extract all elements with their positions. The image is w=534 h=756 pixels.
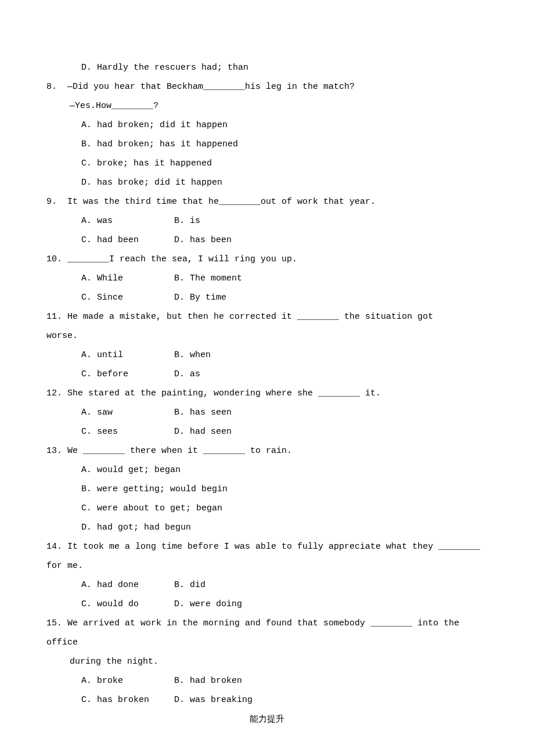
q10-option-c: C. Since [81, 288, 174, 307]
q10-options-row1: A. WhileB. The moment [46, 269, 488, 288]
q11-option-c: C. before [81, 365, 174, 384]
q8-option-a: A. had broken; did it happen [46, 116, 488, 135]
q14-stem-line1: 14. It took me a long time before I was … [46, 537, 488, 556]
q14-options-row1: A. had doneB. did [46, 575, 488, 595]
q12-option-a: A. saw [81, 403, 174, 422]
q13-stem-line: 13. We ________ there when it ________ t… [46, 441, 488, 460]
q15-option-d: D. was breaking [174, 690, 252, 710]
q14-options-row2: C. would doD. were doing [46, 595, 488, 614]
q8-number: 8. [46, 82, 57, 92]
q12-stem-line: 12. She stared at the painting, wonderin… [46, 384, 488, 403]
q11-stem-line1: 11. He made a mistake, but then he corre… [46, 307, 488, 326]
q15-options-row2: C. has brokenD. was breaking [46, 690, 488, 710]
q14-option-b: B. did [174, 575, 205, 595]
q9-stem: It was the third time that he________out… [67, 197, 376, 207]
q14-stem1: It took me a long time before I was able… [67, 542, 480, 552]
q12-option-c: C. sees [81, 422, 174, 441]
q12-stem: She stared at the painting, wondering wh… [67, 388, 381, 398]
q11-options-row1: A. untilB. when [46, 345, 488, 365]
q15-stem-line1: 15. We arrived at work in the morning an… [46, 614, 488, 652]
exam-page: D. Hardly the rescuers had; than 8. —Did… [0, 0, 534, 756]
q8-option-c: C. broke; has it happened [46, 154, 488, 173]
q12-option-d: D. had seen [174, 422, 232, 441]
section-title: 能力提升 [46, 710, 488, 729]
q12-number: 12. [46, 388, 62, 398]
q13-number: 13. [46, 446, 62, 456]
q14-number: 14. [46, 542, 62, 552]
q10-option-d: D. By time [174, 288, 226, 307]
q10-option-b: B. The moment [174, 269, 242, 288]
q9-stem-line: 9. It was the third time that he________… [46, 192, 488, 211]
q14-option-c: C. would do [81, 595, 174, 614]
q9-options-row1: A. wasB. is [46, 211, 488, 231]
q15-option-c: C. has broken [81, 690, 174, 710]
q9-option-a: A. was [81, 211, 174, 231]
q11-stem1: He made a mistake, but then he corrected… [67, 312, 433, 322]
q8-stem-line1: 8. —Did you hear that Beckham________his… [46, 77, 488, 96]
q10-option-a: A. While [81, 269, 174, 288]
q7-option-d: D. Hardly the rescuers had; than [46, 58, 488, 77]
q9-options-row2: C. had beenD. has been [46, 231, 488, 250]
q13-stem: We ________ there when it ________ to ra… [67, 446, 292, 456]
q12-options-row1: A. sawB. has seen [46, 403, 488, 422]
q15-number: 15. [46, 618, 62, 628]
q8-stem-line2: —Yes.How________? [46, 96, 488, 116]
q15-stem1: We arrived at work in the morning and fo… [46, 618, 459, 647]
q11-option-d: D. as [174, 365, 200, 384]
q12-option-b: B. has seen [174, 403, 232, 422]
q13-option-a: A. would get; began [46, 460, 488, 480]
q9-option-c: C. had been [81, 231, 174, 250]
q10-stem-line: 10. ________I reach the sea, I will ring… [46, 250, 488, 269]
q11-options-row2: C. beforeD. as [46, 365, 488, 384]
q14-option-a: A. had done [81, 575, 174, 595]
q11-number: 11. [46, 312, 62, 322]
q15-stem-line2: during the night. [46, 652, 488, 671]
q15-option-b: B. had broken [174, 671, 242, 690]
q8-option-d: D. has broke; did it happen [46, 173, 488, 192]
q11-option-a: A. until [81, 345, 174, 365]
q8-stem1: —Did you hear that Beckham________his le… [67, 82, 355, 92]
q12-options-row2: C. seesD. had seen [46, 422, 488, 441]
q9-number: 9. [46, 197, 57, 207]
q10-options-row2: C. SinceD. By time [46, 288, 488, 307]
q10-stem: ________I reach the sea, I will ring you… [67, 254, 297, 264]
q13-option-b: B. were getting; would begin [46, 480, 488, 499]
q13-option-d: D. had got; had begun [46, 518, 488, 537]
q11-option-b: B. when [174, 345, 211, 365]
q10-number: 10. [46, 254, 62, 264]
q15-option-a: A. broke [81, 671, 174, 690]
q9-option-b: B. is [174, 211, 200, 231]
q14-stem-line2: for me. [46, 556, 488, 575]
q8-option-b: B. had broken; has it happened [46, 135, 488, 154]
q15-options-row1: A. brokeB. had broken [46, 671, 488, 690]
q13-option-c: C. were about to get; began [46, 499, 488, 518]
q9-option-d: D. has been [174, 231, 232, 250]
q14-option-d: D. were doing [174, 595, 242, 614]
q11-stem-line2: worse. [46, 326, 488, 345]
